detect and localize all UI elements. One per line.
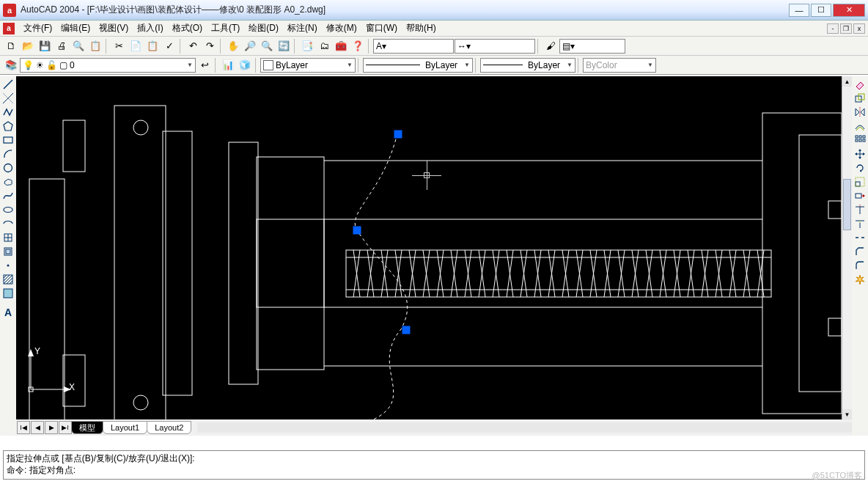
revcloud-tool[interactable] — [1, 175, 15, 188]
stretch-tool[interactable] — [853, 189, 867, 202]
layers-button[interactable]: 📚 — [3, 57, 19, 73]
tab-model[interactable]: 模型 — [71, 421, 103, 434]
brush-button[interactable]: 🖌 — [542, 38, 559, 54]
explode-tool[interactable] — [853, 273, 867, 286]
maximize-button[interactable]: ☐ — [811, 4, 831, 17]
scroll-up-button[interactable]: ▲ — [842, 76, 852, 87]
svg-rect-57 — [163, 131, 192, 395]
properties-button[interactable]: 📑 — [299, 38, 315, 54]
menu-help[interactable]: 帮助(H) — [402, 21, 441, 36]
close-button[interactable]: ✕ — [833, 4, 865, 17]
polygon-tool[interactable] — [1, 120, 15, 133]
menu-view[interactable]: 视图(V) — [95, 21, 133, 36]
print-button[interactable]: 🖨 — [54, 38, 70, 54]
separator-icon — [220, 39, 223, 54]
save-button[interactable]: 💾 — [37, 38, 53, 54]
color-dropdown[interactable]: ByLayer ▼ — [260, 58, 356, 73]
prev-layer-button[interactable]: ↩ — [196, 57, 213, 73]
help-button[interactable]: ❓ — [350, 38, 366, 54]
dc-button[interactable]: 🗂 — [316, 38, 332, 54]
horizontal-scrollbar[interactable] — [197, 422, 852, 433]
circle-tool[interactable] — [1, 161, 15, 175]
array-tool[interactable] — [853, 133, 867, 147]
fillet-tool[interactable] — [853, 259, 867, 272]
copy-tool[interactable] — [853, 92, 867, 105]
tab-last-button[interactable]: ▶I — [59, 421, 72, 434]
ellipse-tool[interactable] — [1, 203, 15, 216]
copy-button[interactable]: 📄 — [128, 38, 144, 54]
doc-restore-button[interactable]: ❐ — [840, 23, 852, 34]
scroll-thumb[interactable] — [843, 179, 851, 230]
style-dropdown[interactable]: A▾ — [373, 39, 454, 54]
menu-format[interactable]: 格式(O) — [168, 21, 207, 36]
drawing-canvas[interactable]: Y X — [16, 76, 842, 419]
lineweight-dropdown[interactable]: ByLayer ▼ — [480, 58, 575, 73]
send-button[interactable]: 📋 — [87, 38, 103, 54]
make-block-tool[interactable] — [1, 245, 15, 258]
region-tool[interactable] — [1, 287, 15, 300]
line-tool[interactable] — [1, 78, 15, 91]
zoom-rt-button[interactable]: 🔎 — [242, 38, 258, 54]
doc-close-button[interactable]: x — [853, 23, 865, 34]
preview-button[interactable]: 🔍 — [70, 38, 87, 54]
tab-next-button[interactable]: ▶ — [45, 421, 58, 434]
scroll-down-button[interactable]: ▼ — [842, 409, 852, 419]
undo-button[interactable]: ↶ — [185, 38, 201, 54]
linetype-dropdown[interactable]: ByLayer ▼ — [363, 58, 473, 73]
menu-insert[interactable]: 插入(I) — [133, 21, 167, 36]
menu-modify[interactable]: 修改(M) — [322, 21, 361, 36]
menu-edit[interactable]: 编辑(E) — [56, 21, 95, 36]
break-tool[interactable] — [853, 231, 867, 244]
offset-tool[interactable] — [853, 120, 867, 133]
scale-tool[interactable] — [853, 175, 867, 188]
redo-button[interactable]: ↷ — [202, 38, 218, 54]
arc-tool[interactable] — [1, 147, 15, 161]
ellipse-arc-tool[interactable] — [1, 217, 15, 230]
insert-block-tool[interactable] — [1, 231, 15, 244]
point-tool[interactable] — [1, 259, 15, 272]
open-button[interactable]: 📂 — [20, 38, 36, 54]
svg-rect-27 — [859, 136, 861, 138]
tab-layout2[interactable]: Layout2 — [147, 421, 191, 434]
layer-states-button[interactable]: 📊 — [220, 57, 236, 73]
command-line[interactable]: 指定拉伸点或 [基点(B)/复制(C)/放弃(U)/退出(X)]: 命令: 指定… — [3, 450, 865, 480]
menu-file[interactable]: 文件(F) — [19, 21, 56, 36]
menu-tools[interactable]: 工具(T) — [207, 21, 244, 36]
zoom-prev-button[interactable]: 🔄 — [276, 38, 292, 54]
svg-rect-11 — [6, 249, 10, 254]
paste-button[interactable]: 📋 — [144, 38, 161, 54]
rectangle-tool[interactable] — [1, 133, 15, 147]
move-tool[interactable] — [853, 147, 867, 161]
erase-tool[interactable] — [853, 78, 867, 91]
vertical-scrollbar[interactable]: ▲ ▼ — [842, 76, 852, 419]
chamfer-tool[interactable] — [853, 245, 867, 258]
extend-tool[interactable] — [853, 217, 867, 230]
doc-minimize-button[interactable]: - — [827, 23, 839, 34]
text-tool[interactable]: A — [1, 306, 15, 319]
tools-button[interactable]: 🧰 — [333, 38, 349, 54]
hatch-tool[interactable] — [1, 273, 15, 286]
construction-line-tool[interactable] — [1, 92, 15, 105]
layer-dropdown[interactable]: 💡 ☀ 🔓 ▢ 0 ▼ — [20, 58, 196, 73]
menu-draw[interactable]: 绘图(D) — [244, 21, 283, 36]
rotate-tool[interactable] — [853, 161, 867, 175]
new-button[interactable]: 🗋 — [3, 38, 19, 54]
dim-style-dropdown[interactable]: ↔▾ — [455, 39, 535, 54]
minimize-button[interactable]: — — [789, 4, 809, 17]
tab-layout1[interactable]: Layout1 — [103, 421, 147, 434]
mirror-tool[interactable] — [853, 106, 867, 119]
plotstyle-dropdown[interactable]: ByColor ▼ — [583, 58, 656, 73]
layer-tool-button[interactable]: 🧊 — [237, 57, 253, 73]
pan-button[interactable]: ✋ — [225, 38, 241, 54]
cut-button[interactable]: ✂ — [111, 38, 127, 54]
spline-tool[interactable] — [1, 189, 15, 202]
polyline-tool[interactable] — [1, 106, 15, 119]
match-button[interactable]: ✓ — [161, 38, 177, 54]
tab-prev-button[interactable]: ◀ — [31, 421, 44, 434]
tab-first-button[interactable]: I◀ — [17, 421, 30, 434]
table-style-dropdown[interactable]: ▤▾ — [559, 39, 625, 54]
zoom-win-button[interactable]: 🔍 — [259, 38, 275, 54]
trim-tool[interactable] — [853, 203, 867, 216]
menu-window[interactable]: 窗口(W) — [361, 21, 402, 36]
menu-dim[interactable]: 标注(N) — [283, 21, 322, 36]
